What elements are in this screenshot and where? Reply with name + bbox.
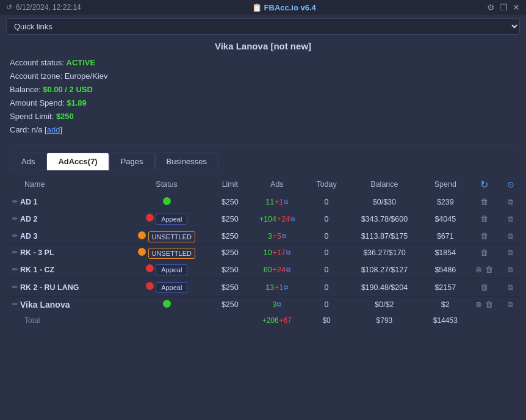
ads-green-count: 11 (265, 198, 274, 206)
col-header-toggle[interactable]: ⊙ (502, 175, 520, 194)
trash-icon[interactable]: 🗑 (485, 265, 493, 274)
card-add-link[interactable]: add (47, 125, 60, 134)
external-link-icon[interactable]: ⧉ (508, 265, 513, 274)
tzone-label: Account tzone: (10, 71, 62, 81)
tab-ads[interactable]: Ads (10, 153, 46, 170)
app-title: 📋 FBAcc.io v6.4 (252, 3, 316, 12)
ads-external-icon[interactable]: ⧉ (277, 301, 281, 308)
total-ads: +206 +67 (247, 313, 308, 328)
cell-actions-2: ⧉ (502, 244, 520, 261)
external-link-icon[interactable]: ⧉ (508, 300, 513, 309)
ads-green-count: +104 (259, 215, 276, 223)
balance-label: Balance: (10, 85, 41, 94)
account-name: Vika Lanova [not new] (215, 41, 311, 51)
trash-icon[interactable]: 🗑 (480, 197, 488, 206)
account-header: Vika Lanova [not new] (0, 38, 526, 56)
trash-icon[interactable]: 🗑 (485, 300, 493, 309)
total-today: $0 (308, 313, 345, 328)
edit-icon[interactable]: ✏ (12, 232, 18, 240)
ads-red-count: +24 (273, 266, 286, 274)
trash-icon[interactable]: 🗑 (480, 231, 488, 241)
status-dot (146, 282, 154, 290)
table-row: ✏ AD 3 UNSETTLED$2503+5⧉0$113.87/$175$67… (6, 228, 520, 244)
cell-name: ✏ RK - 3 PL (6, 244, 120, 261)
external-link-icon[interactable]: ⧉ (508, 231, 513, 241)
total-status (120, 313, 214, 328)
close-icon[interactable]: ✕ (513, 2, 520, 12)
total-act1 (467, 313, 502, 328)
total-limit (214, 313, 247, 328)
appeal-button[interactable]: Appeal (156, 282, 187, 293)
cell-name: ✏ AD 3 (6, 228, 120, 244)
edit-icon[interactable]: ✏ (12, 283, 18, 291)
row-name-text: RK 2 - RU LANG (20, 283, 79, 292)
trash-icon[interactable]: 🗑 (480, 248, 488, 257)
quick-links-select[interactable]: Quick links (6, 18, 520, 35)
ads-external-icon[interactable]: ⧉ (284, 198, 288, 206)
appeal-button[interactable]: Appeal (156, 264, 187, 275)
edit-icon[interactable]: ✏ (12, 215, 18, 223)
cell-limit: $250 (214, 210, 247, 228)
cell-actions-1: ⊗🗑 (467, 296, 502, 313)
ads-green-count: 60 (264, 266, 272, 274)
restore-window-icon[interactable]: ❐ (500, 2, 508, 12)
edit-icon[interactable]: ✏ (12, 266, 18, 273)
unsettled-badge: UNSETTLED (148, 231, 195, 242)
cell-status: Appeal (120, 261, 214, 278)
settings-icon[interactable]: ⚙ (487, 2, 495, 12)
external-link-icon[interactable]: ⧉ (508, 283, 513, 292)
col-header-name: Name (6, 175, 120, 194)
cell-limit: $250 (214, 228, 247, 244)
ads-green-count: 3 (272, 300, 276, 309)
ban-icon[interactable]: ⊗ (475, 265, 482, 274)
external-link-icon[interactable]: ⧉ (508, 214, 513, 223)
appeal-button[interactable]: Appeal (156, 214, 187, 225)
quick-links-bar: Quick links (0, 15, 526, 38)
edit-icon[interactable]: ✏ (12, 300, 18, 308)
table-row: ✏ RK 1 - CZ Appeal$25060+24⧉0$108.27/$12… (6, 261, 520, 278)
trash-icon[interactable]: 🗑 (480, 214, 488, 223)
ads-external-icon[interactable]: ⧉ (282, 233, 286, 240)
total-balance: $793 (345, 313, 423, 328)
tab-adaccs[interactable]: AdAccs(7) (46, 153, 109, 170)
edit-icon[interactable]: ✏ (12, 248, 18, 256)
ads-external-icon[interactable]: ⧉ (290, 215, 295, 223)
external-link-icon[interactable]: ⧉ (508, 248, 513, 257)
col-header-ads: Ads (247, 175, 308, 194)
tab-businesses[interactable]: Businesses (155, 153, 218, 170)
cell-actions-1: 🗑 (467, 210, 502, 228)
account-status-row: Account status: ACTIVE (10, 56, 516, 70)
cell-spend: $5486 (423, 261, 467, 278)
spend-value: $1.89 (67, 98, 87, 107)
tab-pages[interactable]: Pages (109, 153, 155, 170)
external-link-icon[interactable]: ⧉ (508, 197, 513, 206)
row-name-text: RK - 3 PL (20, 248, 54, 257)
cell-spend: $4045 (423, 210, 467, 228)
ads-external-icon[interactable]: ⧉ (286, 266, 290, 273)
cell-ads: 13+1⧉ (247, 278, 308, 296)
ads-red-count: +1 (275, 198, 283, 206)
account-tzone-row: Account tzone: Europe/Kiev (10, 70, 516, 83)
edit-icon[interactable]: ✏ (12, 198, 18, 206)
window-controls[interactable]: ⚙ ❐ ✕ (487, 2, 520, 12)
ads-external-icon[interactable]: ⧉ (284, 284, 288, 291)
cell-actions-2: ⧉ (502, 194, 520, 211)
ban-icon[interactable]: ⊗ (475, 300, 482, 309)
trash-icon[interactable]: 🗑 (480, 283, 488, 292)
ads-external-icon[interactable]: ⧉ (286, 249, 290, 256)
cell-today: 0 (308, 244, 345, 261)
status-label: Account status: (10, 58, 64, 67)
total-act2 (502, 313, 520, 328)
col-header-today: Today (308, 175, 345, 194)
cell-name: ✏ AD 1 (6, 194, 120, 211)
cell-actions-1: 🗑 (467, 244, 502, 261)
cell-ads: +104+24⧉ (247, 210, 308, 228)
status-dot (163, 300, 171, 308)
table-row: ✏ RK - 3 PL UNSETTLED$25010+17⧉0$36.27/$… (6, 244, 520, 261)
card-label: Card: (10, 125, 29, 134)
row-name-text: RK 1 - CZ (20, 266, 54, 274)
status-value: ACTIVE (67, 58, 96, 67)
cell-today: 0 (308, 228, 345, 244)
col-header-sync[interactable]: ↻ (467, 175, 502, 194)
balance-value: $0.00 / 2 USD (43, 85, 93, 94)
